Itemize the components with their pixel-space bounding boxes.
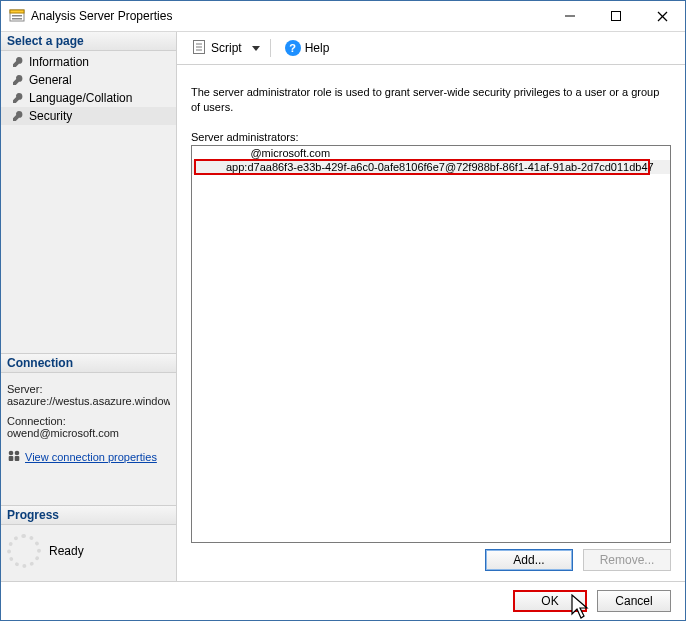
- svg-rect-1: [10, 10, 24, 13]
- script-icon: [191, 39, 207, 58]
- page-item-label: Language/Collation: [29, 91, 132, 105]
- page-list: Information General Language/Collation: [1, 51, 176, 131]
- cancel-button[interactable]: Cancel: [597, 590, 671, 612]
- window-controls: [547, 1, 685, 31]
- page-item-general[interactable]: General: [1, 71, 176, 89]
- page-item-language-collation[interactable]: Language/Collation: [1, 89, 176, 107]
- admin-list-item[interactable]: app:d7aa86f3-e33b-429f-a6c0-0afe8106f6e7…: [192, 160, 670, 174]
- wrench-icon: [11, 73, 25, 87]
- add-button-label: Add...: [513, 553, 544, 567]
- progress-spinner-icon: [7, 534, 41, 568]
- ok-button[interactable]: OK: [513, 590, 587, 612]
- script-button[interactable]: Script: [187, 37, 246, 60]
- svg-rect-10: [9, 456, 14, 461]
- add-button[interactable]: Add...: [485, 549, 573, 571]
- admin-list-item[interactable]: @microsoft.com: [192, 146, 670, 160]
- app-icon: [9, 8, 25, 24]
- admin-list-label: Server administrators:: [191, 131, 671, 143]
- chevron-down-icon[interactable]: [252, 46, 260, 51]
- ok-button-label: OK: [541, 594, 558, 608]
- toolbar: Script ? Help: [177, 32, 685, 65]
- minimize-button[interactable]: [547, 1, 593, 31]
- server-label: Server:: [7, 383, 170, 395]
- page-item-label: Security: [29, 109, 72, 123]
- remove-button-label: Remove...: [600, 553, 655, 567]
- sidebar: Select a page Information General: [1, 32, 177, 581]
- help-button[interactable]: ? Help: [281, 38, 334, 58]
- svg-rect-5: [612, 12, 621, 21]
- admin-listbox[interactable]: @microsoft.com app:d7aa86f3-e33b-429f-a6…: [191, 145, 671, 543]
- close-button[interactable]: [639, 1, 685, 31]
- connection-label: Connection:: [7, 415, 170, 427]
- server-value: asazure://westus.asazure.windows: [7, 395, 170, 407]
- window-title: Analysis Server Properties: [31, 9, 547, 23]
- script-label: Script: [211, 41, 242, 55]
- help-icon: ?: [285, 40, 301, 56]
- titlebar: Analysis Server Properties: [1, 1, 685, 32]
- page-item-security[interactable]: Security: [1, 107, 176, 125]
- link-text: View connection properties: [25, 451, 157, 463]
- wrench-icon: [11, 91, 25, 105]
- connection-block: Server: asazure://westus.asazure.windows…: [1, 373, 176, 475]
- progress-status: Ready: [49, 544, 84, 558]
- help-label: Help: [305, 41, 330, 55]
- maximize-button[interactable]: [593, 1, 639, 31]
- wrench-icon: [11, 109, 25, 123]
- svg-rect-11: [15, 456, 20, 461]
- view-connection-properties-link[interactable]: View connection properties: [7, 449, 170, 465]
- content-area: Script ? Help The server administrator r…: [177, 32, 685, 581]
- select-page-header: Select a page: [1, 32, 176, 51]
- wrench-icon: [11, 55, 25, 69]
- svg-rect-3: [12, 18, 22, 20]
- dialog-footer: OK Cancel: [1, 581, 685, 620]
- connection-value: owend@microsoft.com: [7, 427, 170, 439]
- connection-icon: [7, 449, 21, 465]
- page-item-label: General: [29, 73, 72, 87]
- svg-point-8: [9, 451, 14, 456]
- page-item-information[interactable]: Information: [1, 53, 176, 71]
- connection-header: Connection: [1, 353, 176, 373]
- progress-block: Ready: [1, 525, 176, 581]
- description-text: The server administrator role is used to…: [191, 85, 671, 115]
- page-item-label: Information: [29, 55, 89, 69]
- remove-button: Remove...: [583, 549, 671, 571]
- toolbar-separator: [270, 39, 271, 57]
- cancel-button-label: Cancel: [615, 594, 652, 608]
- dialog-window: Analysis Server Properties Select a page: [0, 0, 686, 621]
- svg-rect-2: [12, 15, 22, 17]
- svg-point-9: [15, 451, 20, 456]
- progress-header: Progress: [1, 505, 176, 525]
